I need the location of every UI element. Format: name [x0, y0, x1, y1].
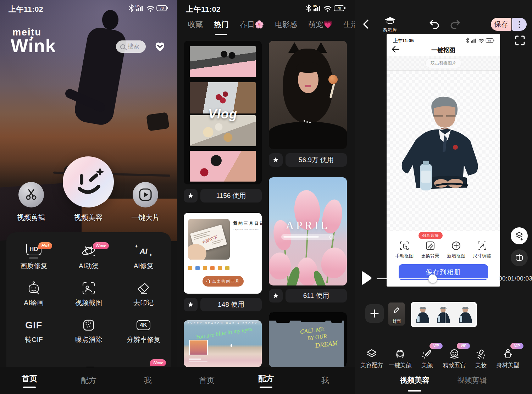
favorite-button[interactable]: [184, 189, 198, 202]
timeline-handle[interactable]: [428, 274, 437, 283]
add-layer-button[interactable]: [511, 227, 528, 244]
diary-cta-button[interactable]: 点击告别三月: [203, 276, 244, 287]
nav-recipes[interactable]: 配方: [237, 373, 296, 388]
feature-partial-3[interactable]: New: [116, 350, 171, 367]
more-menu-button[interactable]: ⋮: [512, 18, 527, 31]
template-feed-screen: 上午11:02 HD 78 收藏 热门 春日🌸 电影感 萌宠💗 生活 Vlog …: [177, 0, 355, 394]
nav-home[interactable]: 首页: [0, 373, 59, 388]
toolbar-beauty-recipe[interactable]: 美容配方: [358, 349, 386, 369]
use-button[interactable]: 1156 使用: [200, 189, 262, 202]
feature-denoise[interactable]: 噪点消除: [61, 313, 116, 350]
use-button[interactable]: 611 使用: [286, 289, 347, 303]
template-card-march-diary[interactable]: 好好文字 我的三月日记 Capture the moment — — — 点击告…: [184, 213, 262, 294]
feature-partial-2[interactable]: [61, 350, 116, 367]
feature-ai-repair[interactable]: AI✦✦ AI修复: [116, 239, 171, 276]
circle-partial-icon: [137, 364, 151, 367]
toolbar-body-shape[interactable]: VIP 身材美型: [494, 349, 522, 369]
video-beauty-button[interactable]: [63, 156, 114, 207]
tab-hot[interactable]: 热门: [214, 20, 229, 29]
tutorial-library-button[interactable]: 教程库: [379, 16, 401, 33]
feature-ai-paint[interactable]: AI绘画: [6, 276, 61, 313]
tab-favorites[interactable]: 收藏: [188, 20, 203, 29]
hint-pill: 双击替换图片: [425, 59, 461, 68]
search-input[interactable]: 搜索: [116, 40, 146, 53]
video-edit-label: 视频剪辑: [3, 213, 60, 222]
tab-video-beauty[interactable]: 视频美容: [400, 375, 430, 385]
template-card-vlog[interactable]: Vlog: [184, 41, 262, 184]
dream-line-3: DREAM: [315, 339, 338, 350]
tab-life[interactable]: 生活: [343, 20, 355, 29]
feature-resolution-repair[interactable]: 4K 分辨率修复: [116, 313, 171, 350]
back-button[interactable]: [362, 19, 370, 29]
template-card-april[interactable]: APRIL: [269, 177, 347, 285]
canvas-status-time: 上午11:05: [393, 38, 414, 44]
tab-video-edit[interactable]: 视频剪辑: [457, 375, 487, 385]
cutout-man[interactable]: [401, 94, 487, 197]
cover-thumbnail[interactable]: 封面: [388, 303, 405, 326]
4k-icon: 4K: [137, 316, 150, 334]
tool-manual-cutout[interactable]: 手动抠图: [391, 240, 417, 259]
use-button[interactable]: 56.9万 使用: [286, 153, 347, 167]
beach-caption: EVERY SEASON HAS A STORY: [184, 322, 262, 324]
use-button[interactable]: 148 使用: [200, 298, 262, 311]
diary-title: 我的三月日记: [233, 221, 262, 227]
hot-badge: Hot: [38, 242, 52, 249]
feature-to-gif[interactable]: GIF 转GIF: [6, 313, 61, 350]
add-clip-button[interactable]: [365, 304, 384, 323]
toolbar-makeup[interactable]: 美妆: [467, 349, 495, 369]
vip-heart-icon[interactable]: [153, 40, 167, 53]
tool-add-cutout[interactable]: 新增抠图: [443, 240, 469, 259]
one-tap-film-button[interactable]: [133, 182, 158, 207]
edit-canvas[interactable]: 上午11:05 63 一键抠图 双击替换图片: [387, 34, 500, 287]
template-card-dream[interactable]: CALL ME BY OUR DREAM: [269, 312, 347, 367]
favorite-button[interactable]: [269, 153, 283, 167]
feature-video-snapshot[interactable]: 视频截图: [61, 276, 116, 313]
selected-clip[interactable]: [411, 302, 477, 327]
toolbar-beauty[interactable]: VIP 美颜: [413, 349, 441, 369]
feature-ai-anime[interactable]: New AI动漫: [61, 239, 116, 276]
undo-button[interactable]: [428, 19, 440, 30]
compare-button[interactable]: [511, 249, 528, 266]
clip-frame-2: [436, 305, 451, 324]
graduation-cap-icon: [384, 16, 396, 26]
frames-partial-icon: [81, 364, 96, 367]
tab-spring[interactable]: 春日🌸: [240, 20, 264, 29]
redo-button[interactable]: [450, 19, 462, 30]
save-button[interactable]: 保存: [491, 18, 511, 31]
feature-hd-repair[interactable]: Hot HD 画质修复: [6, 239, 61, 276]
vlog-photo-4: [190, 151, 256, 182]
tool-replace-bg[interactable]: 更换背景: [417, 240, 443, 259]
wink-logo-sparkle: ✦: [29, 34, 34, 42]
nav-me[interactable]: 我: [118, 375, 177, 386]
save-to-album-button[interactable]: 保存到相册: [399, 264, 488, 280]
toolbar-one-tap-beauty[interactable]: 一键美颜: [386, 349, 414, 369]
status-icons: HD 78: [306, 4, 348, 12]
tool-resize[interactable]: 尺寸调整: [469, 240, 495, 259]
nav-recipes[interactable]: 配方: [59, 375, 118, 386]
favorite-button[interactable]: [184, 298, 198, 311]
hint-band: 双击替换图片: [387, 56, 500, 71]
fullscreen-icon[interactable]: [515, 35, 525, 45]
template-card-beach[interactable]: EVERY SEASON HAS A STORY You are blue in…: [184, 320, 262, 367]
canvas-title: 一键抠图: [387, 46, 500, 54]
template-card-girl[interactable]: [269, 41, 347, 149]
toolbar-fine-features[interactable]: VIP 精致五官: [440, 349, 468, 369]
nav-home[interactable]: 首页: [177, 375, 237, 386]
tab-cinematic[interactable]: 电影感: [275, 20, 297, 29]
tab-pets[interactable]: 萌宠💗: [308, 20, 332, 29]
favorite-button[interactable]: [269, 289, 283, 303]
ai-sparkle-icon: AI✦✦: [140, 242, 148, 261]
transparency-area: [387, 71, 500, 231]
timeline-track[interactable]: [377, 278, 499, 279]
feature-remove-mark[interactable]: 去印记: [116, 276, 171, 313]
video-edit-button[interactable]: [18, 182, 44, 207]
diary-subtitle: Capture the moment: [233, 228, 262, 231]
play-button[interactable]: [359, 270, 373, 286]
home-screen: 上午11:02 HD 78 meitu Wink ✦ 搜索: [0, 0, 177, 394]
toolbar-partial[interactable]: 手: [522, 349, 532, 369]
nav-me[interactable]: 我: [295, 375, 355, 386]
feature-partial-1[interactable]: [6, 350, 61, 367]
diary-photo: 好好文字: [188, 219, 230, 260]
edit-pencil-icon: [393, 307, 400, 314]
vlog-title: Vlog: [184, 107, 262, 122]
